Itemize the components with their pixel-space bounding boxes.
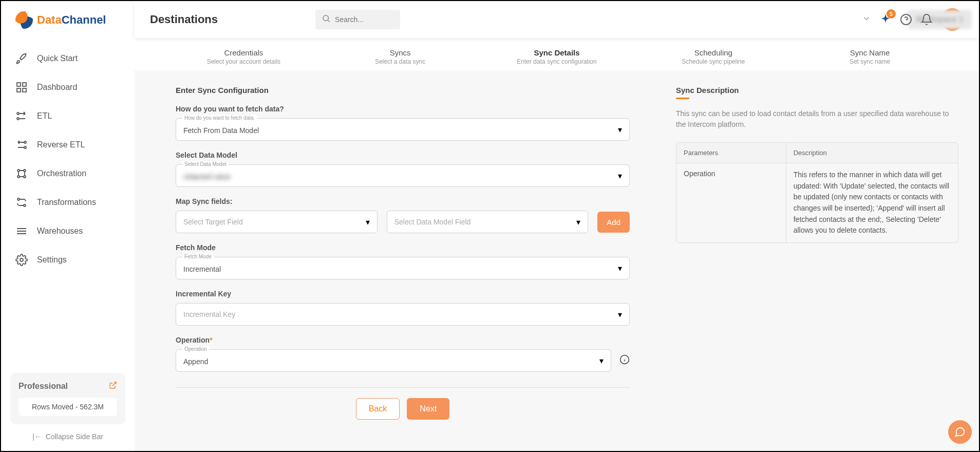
divider bbox=[176, 387, 630, 388]
sidebar-item-reverse-etl[interactable]: Reverse ETL bbox=[1, 130, 135, 159]
sidebar-item-settings[interactable]: Settings bbox=[1, 246, 135, 274]
svg-point-5 bbox=[17, 118, 19, 120]
operation-select[interactable]: Operation Append ▾ bbox=[176, 349, 611, 372]
transformations-icon bbox=[15, 196, 28, 209]
logo-icon bbox=[15, 11, 33, 29]
svg-point-8 bbox=[17, 170, 20, 172]
svg-rect-0 bbox=[17, 83, 21, 86]
chat-bubble-icon[interactable] bbox=[948, 420, 972, 444]
desc-text: This sync can be used to load contact de… bbox=[676, 108, 958, 130]
fetch-mode-select[interactable]: Fetch Mode Incremental ▾ bbox=[176, 257, 630, 279]
incremental-key-select[interactable]: Incremental Key ▾ bbox=[176, 303, 630, 326]
sidebar-item-dashboard[interactable]: Dashboard bbox=[1, 73, 135, 102]
nav: Quick Start Dashboard ETL Reverse ETL Or… bbox=[1, 44, 135, 373]
param-header-1: Parameters bbox=[676, 143, 786, 163]
nav-label: Quick Start bbox=[37, 54, 78, 63]
target-field-select[interactable]: Select Target Field ▾ bbox=[176, 211, 378, 233]
step-sync-name[interactable]: Sync NameSet sync name bbox=[791, 48, 948, 65]
form-area: Enter Sync Configuration How do you want… bbox=[135, 70, 671, 451]
etl-icon bbox=[15, 110, 28, 122]
chevron-down-icon: ▾ bbox=[576, 217, 580, 227]
operation-label: Operation* bbox=[176, 336, 630, 344]
chevron-down-icon: ▾ bbox=[599, 356, 604, 366]
warehouses-icon bbox=[15, 225, 28, 237]
float-label: Select Data Model bbox=[182, 161, 229, 167]
svg-point-10 bbox=[17, 176, 20, 178]
sidebar-item-warehouses[interactable]: Warehouses bbox=[1, 217, 135, 246]
sidebar-item-orchestration[interactable]: Orchestration bbox=[1, 159, 135, 188]
step-syncs[interactable]: SyncsSelect a data sync bbox=[322, 48, 479, 65]
svg-point-6 bbox=[24, 141, 26, 143]
step-sync-details[interactable]: Sync DetailsEnter data sync configuratio… bbox=[479, 48, 635, 65]
search-icon bbox=[322, 14, 331, 25]
step-scheduling[interactable]: SchedulingSchedule sync pipeline bbox=[635, 48, 791, 65]
logo[interactable]: DataChannel bbox=[1, 11, 135, 44]
page-title: Destinations bbox=[150, 13, 218, 26]
nav-label: Transformations bbox=[37, 198, 96, 207]
external-link-icon[interactable] bbox=[109, 381, 117, 391]
select-value: Incremental bbox=[183, 265, 221, 273]
chevron-down-icon[interactable] bbox=[862, 14, 871, 25]
plan-stat: Rows Moved - 562.3M bbox=[18, 398, 117, 416]
select-value: redacted value bbox=[183, 173, 231, 181]
fetch-mode-label: Fetch Mode bbox=[176, 243, 630, 252]
sidebar: DataChannel Quick Start Dashboard ETL Re… bbox=[1, 1, 135, 451]
select-value: Append bbox=[183, 357, 208, 366]
back-button[interactable]: Back bbox=[356, 398, 400, 420]
float-label: Fetch Mode bbox=[182, 254, 214, 259]
steps: CredentialsSelect your account details S… bbox=[135, 38, 979, 70]
step-credentials[interactable]: CredentialsSelect your account details bbox=[165, 48, 322, 65]
chevron-down-icon: ▾ bbox=[618, 310, 622, 319]
svg-point-13 bbox=[24, 204, 26, 206]
float-label: How do you want to fetch data. bbox=[182, 115, 257, 121]
svg-rect-1 bbox=[23, 83, 26, 86]
nav-label: Orchestration bbox=[37, 169, 86, 178]
chevron-down-icon: ▾ bbox=[366, 217, 370, 227]
fetch-method-select[interactable]: How do you want to fetch data. Fetch Fro… bbox=[176, 118, 630, 141]
param-header-2: Description bbox=[786, 143, 958, 163]
collapse-sidebar-button[interactable]: |← Collapse Side Bar bbox=[1, 424, 135, 441]
info-icon[interactable] bbox=[619, 354, 630, 367]
sidebar-item-etl[interactable]: ETL bbox=[1, 102, 135, 130]
select-placeholder: Select Target Field bbox=[183, 218, 243, 226]
sparkle-icon[interactable]: 5 bbox=[879, 13, 892, 26]
chevron-down-icon: ▾ bbox=[618, 263, 622, 273]
search-box[interactable] bbox=[315, 10, 400, 29]
help-icon[interactable] bbox=[900, 13, 912, 26]
logo-text: DataChannel bbox=[37, 13, 106, 27]
reverse-etl-icon bbox=[15, 139, 28, 151]
section-title: Enter Sync Configuration bbox=[176, 86, 630, 95]
select-value: Fetch From Data Model bbox=[183, 126, 259, 135]
select-placeholder: Incremental Key bbox=[183, 310, 235, 318]
svg-point-4 bbox=[17, 112, 19, 115]
collapse-label: Collapse Side Bar bbox=[46, 432, 103, 441]
workspace-selector[interactable]: Workspace 1 bbox=[908, 10, 972, 29]
data-model-label: Select Data Model bbox=[176, 151, 630, 159]
svg-point-14 bbox=[20, 258, 23, 261]
param-row: Operation This refers to the manner in w… bbox=[676, 163, 958, 242]
data-model-field-select[interactable]: Select Data Model Field ▾ bbox=[387, 211, 589, 233]
nav-label: Reverse ETL bbox=[37, 140, 85, 149]
data-model-select[interactable]: Select Data Model redacted value ▾ bbox=[176, 164, 630, 187]
svg-point-15 bbox=[323, 15, 329, 21]
collapse-icon: |← bbox=[32, 432, 42, 441]
svg-rect-2 bbox=[17, 88, 21, 92]
sidebar-item-quick-start[interactable]: Quick Start bbox=[1, 44, 135, 73]
map-fields-label: Map Sync fields: bbox=[176, 197, 630, 205]
svg-point-9 bbox=[24, 170, 26, 172]
select-placeholder: Select Data Model Field bbox=[394, 218, 471, 226]
param-name: Operation bbox=[676, 163, 786, 242]
bell-icon[interactable] bbox=[920, 13, 933, 26]
desc-title: Sync Description bbox=[676, 86, 958, 95]
add-button[interactable]: Add bbox=[597, 212, 630, 233]
nav-label: Warehouses bbox=[37, 227, 83, 236]
search-input[interactable] bbox=[335, 15, 394, 24]
plan-box: Professional Rows Moved - 562.3M bbox=[10, 373, 125, 424]
svg-point-7 bbox=[24, 146, 26, 148]
sidebar-item-transformations[interactable]: Transformations bbox=[1, 188, 135, 217]
next-button[interactable]: Next bbox=[407, 398, 449, 420]
gear-icon bbox=[15, 254, 28, 266]
chevron-down-icon: ▾ bbox=[618, 125, 622, 135]
notification-badge: 5 bbox=[887, 9, 896, 18]
incremental-key-label: Incremental Key bbox=[176, 290, 630, 298]
